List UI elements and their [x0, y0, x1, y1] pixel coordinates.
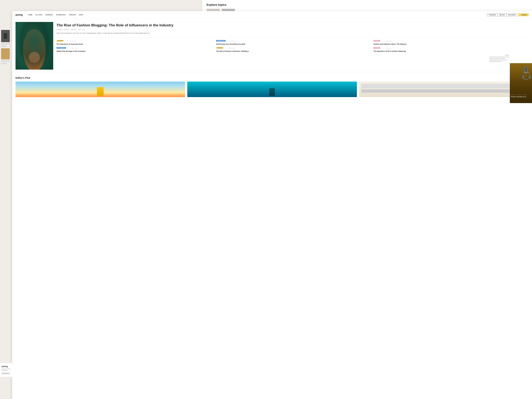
- twitter-button[interactable]: TWITTER: [498, 13, 507, 16]
- editors-pick-title: Editor's Pick: [16, 76, 529, 79]
- article-col-6: FASHION SEP 5, 2023 — The Importance of …: [371, 47, 529, 52]
- hero-text: The Rise of Fashion Blogging: The Role o…: [57, 22, 529, 70]
- hero-author: CERIDWEN: [57, 29, 63, 30]
- instagram-button[interactable]: INSTAGRAM: [507, 13, 517, 16]
- article-title-6: The Importance of Fit in Fashion: Balanc…: [374, 50, 526, 52]
- nav-technology[interactable]: TECHNOLOGY: [56, 14, 66, 16]
- hero-role: WRITER: [64, 29, 69, 30]
- badge-technology-1: TECHNOLOGY: [216, 40, 226, 42]
- search-button[interactable]: 🔍 SEARCH: [518, 13, 529, 16]
- article-grid-row2: TECHNOLOGY SEP 6, 2023 — Global Chip sho…: [57, 47, 529, 52]
- footer-logo: pering: [2, 365, 11, 368]
- article-title-2: Self-Driving Cars: Everything You Need: [216, 43, 367, 45]
- badge-business-2: BUSINESS: [216, 47, 223, 49]
- navbar: pering HOME ALL POST BUSINESS TECHNOLOGY…: [12, 11, 532, 19]
- hero-excerpt: Style is the only thing you can't buy. I…: [57, 32, 529, 34]
- style-label: STYLE: [505, 54, 509, 57]
- badge-business-1: BUSINESS: [57, 40, 64, 42]
- hero-meta: CERIDWEN / WRITER — FASHION — SEP 2, 202…: [57, 29, 529, 30]
- article-date-4: SEP 6, 2023: [72, 48, 77, 49]
- hero-category: FASHION: [71, 29, 76, 30]
- article-title-5: The Role of Purpose in Business: Buildin…: [216, 50, 367, 52]
- headphones: [522, 72, 531, 79]
- article-col-4: TECHNOLOGY SEP 6, 2023 — Global Chip sho…: [57, 47, 212, 52]
- podcast-subtitle: Practices That Help You G...: [511, 96, 531, 98]
- article-date-3: SEP 10, 2023: [386, 41, 392, 42]
- nav-shop[interactable]: SHOP: [79, 14, 83, 16]
- article-col-2: TECHNOLOGY SEP 10, 2023 — Self-Driving C…: [214, 40, 369, 45]
- editors-pick-card-1: [16, 82, 185, 97]
- badge-fashion-2: FASHION: [374, 47, 380, 49]
- podcast-author: BRAYAN — DURATION / 1H 10MIN: [511, 94, 531, 95]
- browser-window: pering HOME ALL POST BUSINESS TECHNOLOGY…: [12, 11, 532, 399]
- article-date-2: SEP 10, 2023: [231, 41, 237, 42]
- article-title-3: Fashion and Celebrity Culture: The Influ…: [374, 43, 526, 45]
- article-grid-row1: BUSINESS SEP 13, 2023 — The Importance o…: [57, 40, 529, 45]
- search-icon: 🔍: [520, 14, 521, 16]
- footer-newsletter: pering Sign Up For Of The Best Themes.: [0, 363, 12, 377]
- editors-pick-section: Editor's Pick: [12, 73, 532, 99]
- facebook-button[interactable]: FACEBOOK: [487, 13, 498, 16]
- hero-date: SEP 2, 2023: [78, 29, 85, 30]
- newsletter-email-input[interactable]: [2, 372, 10, 375]
- left-sidebar: [0, 29, 12, 65]
- editors-pick-card-3: [359, 82, 529, 97]
- article-col-5: BUSINESS SEP 6, 2023 — The Role of Purpo…: [214, 47, 369, 52]
- nav-links: HOME ALL POST BUSINESS TECHNOLOGY PODCAS…: [28, 14, 487, 16]
- article-date-5: SEP 6, 2023: [229, 48, 235, 49]
- article-date-6: SEP 5, 2023: [386, 48, 392, 49]
- nav-logo: pering: [16, 13, 23, 16]
- nav-home[interactable]: HOME: [28, 14, 32, 16]
- style-section: [489, 57, 509, 62]
- badge-fashion-1: FASHION: [374, 40, 380, 42]
- nav-business[interactable]: BUSINESS: [45, 14, 53, 16]
- main-content: The Rise of Fashion Blogging: The Role o…: [12, 19, 532, 72]
- article-col-1: BUSINESS SEP 13, 2023 — The Importance o…: [57, 40, 212, 45]
- hero-title: The Rise of Fashion Blogging: The Role o…: [57, 23, 529, 27]
- article-title-1: The Importance of Corporate Social: [57, 43, 209, 45]
- article-date-1: SEP 13, 2023: [70, 41, 76, 42]
- explore-title: Explore topics: [207, 3, 528, 6]
- nav-actions: FACEBOOK TWITTER INSTAGRAM 🔍 SEARCH: [487, 13, 529, 16]
- footer-tagline: Sign Up For Of The Best Themes.: [2, 368, 11, 371]
- editors-pick-cards: [16, 82, 529, 97]
- article-title-4: Global Chip shortage to Hurt Computer: [57, 50, 209, 52]
- hero-image: [16, 22, 53, 70]
- editors-pick-card-2: [187, 82, 357, 97]
- podcast-info: BRAYAN — DURATION / 1H 10MIN Practices T…: [511, 94, 531, 98]
- hero-article: The Rise of Fashion Blogging: The Role o…: [16, 22, 529, 70]
- nav-podcast[interactable]: PODCAST: [69, 14, 76, 16]
- article-col-3: FASHION SEP 10, 2023 — Fashion and Celeb…: [371, 40, 529, 45]
- podcast-card: BRAYAN — DURATION / 1H 10MIN Practices T…: [510, 63, 532, 103]
- nav-allpost[interactable]: ALL POST: [35, 14, 42, 16]
- badge-technology-2: TECHNOLOGY: [57, 47, 66, 49]
